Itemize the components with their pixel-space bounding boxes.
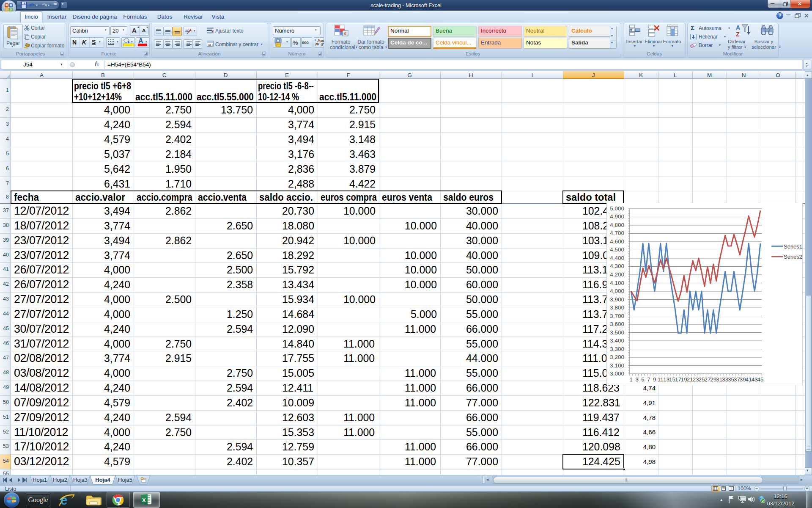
svg-text:43: 43 — [752, 376, 758, 383]
svg-text:5,000: 5,000 — [610, 205, 624, 212]
svg-text:5: 5 — [641, 376, 644, 383]
svg-text:4,100: 4,100 — [610, 280, 624, 286]
svg-text:4,900: 4,900 — [610, 213, 624, 220]
svg-text:41: 41 — [746, 376, 752, 383]
svg-text:27: 27 — [704, 376, 710, 383]
svg-text:17: 17 — [675, 376, 681, 383]
svg-text:19: 19 — [681, 376, 687, 383]
svg-text:,00: ,00 — [320, 39, 324, 43]
svg-text:3,100: 3,100 — [610, 362, 624, 369]
svg-text:11: 11 — [658, 376, 664, 383]
svg-text:Series1: Series1 — [784, 243, 802, 250]
svg-text:3,200: 3,200 — [610, 354, 624, 360]
svg-text:≶: ≶ — [343, 31, 347, 36]
svg-text:7: 7 — [647, 376, 650, 383]
svg-text:3: 3 — [636, 376, 639, 383]
svg-text:A: A — [736, 24, 740, 31]
svg-text:3,900: 3,900 — [610, 296, 624, 303]
svg-text:X: X — [142, 497, 146, 503]
svg-text:9: 9 — [653, 376, 656, 383]
svg-text:45: 45 — [757, 376, 764, 383]
svg-text:4,600: 4,600 — [610, 238, 624, 245]
svg-text:37: 37 — [734, 376, 740, 383]
svg-text:4,700: 4,700 — [610, 230, 624, 236]
svg-text:3,800: 3,800 — [610, 304, 624, 311]
svg-text:3,400: 3,400 — [610, 337, 624, 344]
svg-text:23: 23 — [693, 376, 699, 383]
svg-text:4,200: 4,200 — [610, 271, 624, 278]
svg-text:1: 1 — [630, 376, 633, 383]
svg-text:3,500: 3,500 — [610, 329, 624, 336]
svg-text:Z: Z — [736, 31, 740, 38]
svg-text:4,400: 4,400 — [610, 255, 624, 261]
svg-text:Series2: Series2 — [784, 254, 802, 260]
svg-text:e: e — [60, 493, 68, 507]
svg-text:4,300: 4,300 — [610, 263, 624, 269]
svg-text:a: a — [209, 43, 211, 47]
svg-text:29: 29 — [710, 376, 716, 383]
svg-text:35: 35 — [728, 376, 734, 383]
svg-text:15: 15 — [669, 376, 675, 383]
svg-text:,0: ,0 — [321, 44, 323, 47]
svg-text:3,700: 3,700 — [610, 313, 624, 319]
svg-text:3,600: 3,600 — [610, 321, 624, 327]
svg-text:3,300: 3,300 — [610, 346, 624, 352]
svg-text:4,800: 4,800 — [610, 222, 624, 228]
svg-text:25: 25 — [699, 376, 705, 383]
svg-text:21: 21 — [687, 376, 693, 383]
svg-text:13: 13 — [663, 376, 669, 383]
svg-text:39: 39 — [740, 376, 746, 383]
svg-text:4,000: 4,000 — [610, 288, 624, 294]
svg-text:3,000: 3,000 — [610, 370, 624, 377]
svg-text:4,500: 4,500 — [610, 246, 624, 253]
svg-text:33: 33 — [722, 376, 728, 383]
svg-text:,00: ,00 — [315, 43, 319, 46]
svg-text:31: 31 — [716, 376, 722, 383]
